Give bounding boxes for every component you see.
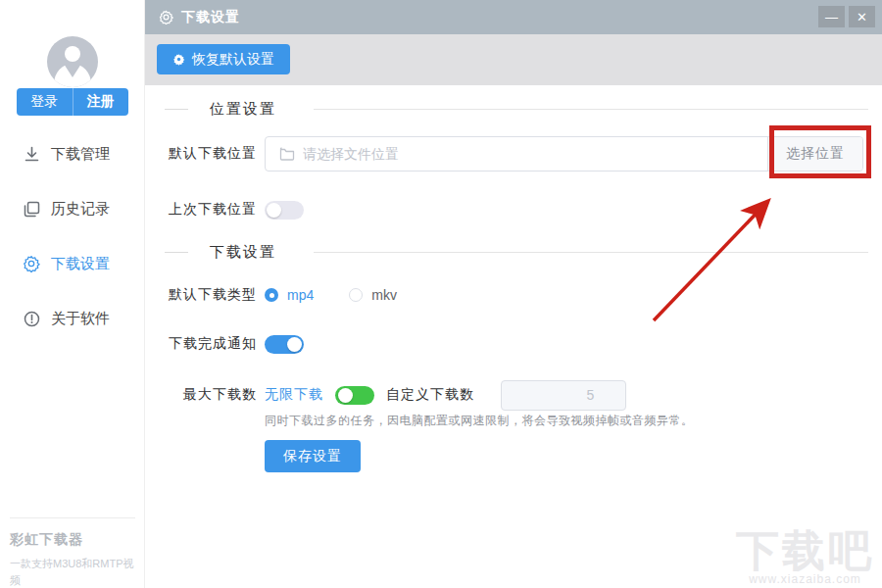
restore-defaults-button[interactable]: 恢复默认设置: [157, 44, 290, 74]
sidebar-item-label: 下载管理: [51, 145, 110, 164]
last-location-label: 上次下载位置: [165, 201, 257, 219]
restore-defaults-label: 恢复默认设置: [192, 51, 274, 69]
sidebar: 登录 注册 下载管理 历史记录 下载设置: [0, 0, 145, 588]
unlimited-download-toggle[interactable]: [335, 386, 374, 405]
sidebar-item-label: 下载设置: [51, 255, 110, 273]
location-input-wrap: [266, 137, 767, 171]
choose-location-button[interactable]: 选择位置: [767, 137, 862, 171]
sidebar-item-label: 历史记录: [51, 200, 110, 219]
default-location-input[interactable]: [303, 146, 767, 162]
unlimited-download-label: 无限下载: [265, 386, 323, 404]
default-location-label: 默认下载位置: [165, 145, 257, 163]
section-title-download: 下载设置: [210, 243, 276, 262]
toolbar: 恢复默认设置: [145, 34, 882, 85]
default-location-row: 默认下载位置 选择位置: [165, 136, 863, 172]
info-icon: [22, 309, 41, 328]
divider: [314, 252, 868, 253]
close-button[interactable]: ✕: [849, 6, 875, 27]
sidebar-item-history[interactable]: 历史记录: [0, 191, 145, 226]
folder-icon: [279, 147, 295, 161]
sidebar-item-download-manage[interactable]: 下载管理: [0, 136, 145, 172]
gear-icon: [22, 254, 41, 273]
app-desc-line1: 一款支持M3U8和RMTP视频: [10, 556, 135, 588]
sidebar-menu: 下载管理 历史记录 下载设置 关于软件: [0, 136, 145, 356]
max-downloads-label: 最大下载数: [165, 386, 257, 404]
app-description: 一款支持M3U8和RMTP视频 以及直播的下载工具。: [10, 556, 135, 588]
gear-icon: [172, 53, 185, 66]
sidebar-item-about[interactable]: 关于软件: [0, 301, 145, 336]
divider: [165, 109, 188, 110]
divider: [314, 109, 868, 110]
minimize-button[interactable]: —: [818, 6, 845, 27]
complete-notify-label: 下载完成通知: [165, 335, 257, 353]
default-type-label: 默认下载类型: [165, 286, 257, 304]
section-location: 位置设置: [165, 98, 868, 120]
save-settings-button[interactable]: 保存设置: [265, 440, 361, 472]
avatar: [47, 36, 98, 87]
sidebar-footer: 彩虹下载器 一款支持M3U8和RMTP视频 以及直播的下载工具。: [10, 517, 135, 588]
radio-mkv-label: mkv: [371, 287, 397, 303]
settings-content: 位置设置 默认下载位置 选择位置 上次下载位置: [145, 85, 882, 588]
toggle-knob: [287, 337, 302, 352]
default-location-input-group: 选择位置: [265, 136, 863, 172]
auth-buttons: 登录 注册: [17, 88, 128, 116]
max-downloads-row: 最大下载数 无限下载 自定义下载数: [165, 379, 626, 411]
gear-icon: [159, 10, 173, 24]
sidebar-item-label: 关于软件: [51, 310, 110, 328]
radio-mp4[interactable]: mp4: [265, 287, 314, 303]
complete-notify-toggle[interactable]: [265, 335, 304, 354]
custom-count-input[interactable]: [502, 381, 626, 410]
download-icon: [22, 144, 41, 164]
window-controls: — ✕: [818, 6, 875, 27]
toggle-knob: [267, 203, 281, 218]
register-button[interactable]: 注册: [74, 88, 129, 116]
window-title: 下载设置: [181, 9, 240, 26]
toggle-knob: [338, 388, 353, 403]
radio-mp4-label: mp4: [287, 287, 314, 303]
main-panel: 下载设置 — ✕ 恢复默认设置 位置设置 默认下载位置: [145, 0, 882, 588]
last-location-row: 上次下载位置: [165, 200, 304, 220]
radio-unselected-icon: [349, 288, 363, 302]
default-type-row: 默认下载类型 mp4 mkv: [165, 285, 397, 305]
section-title-location: 位置设置: [210, 100, 276, 119]
custom-count-label: 自定义下载数: [386, 386, 474, 404]
radio-mkv[interactable]: mkv: [349, 287, 397, 303]
app-name: 彩虹下载器: [10, 531, 135, 549]
history-icon: [22, 199, 41, 219]
type-radio-group: mp4 mkv: [265, 287, 397, 303]
radio-selected-icon: [265, 288, 278, 302]
app-window: 登录 注册 下载管理 历史记录 下载设置: [0, 0, 882, 588]
custom-count-stepper: [501, 380, 626, 411]
complete-notify-row: 下载完成通知: [165, 334, 304, 354]
last-location-toggle[interactable]: [265, 201, 304, 220]
divider: [165, 252, 188, 253]
max-downloads-hint: 同时下载过多的任务，因电脑配置或网速限制，将会导致视频掉帧或音频异常。: [265, 413, 694, 429]
section-download: 下载设置: [165, 241, 868, 263]
sidebar-item-download-settings[interactable]: 下载设置: [0, 246, 145, 281]
login-button[interactable]: 登录: [17, 88, 74, 116]
titlebar: 下载设置 — ✕: [145, 0, 882, 34]
